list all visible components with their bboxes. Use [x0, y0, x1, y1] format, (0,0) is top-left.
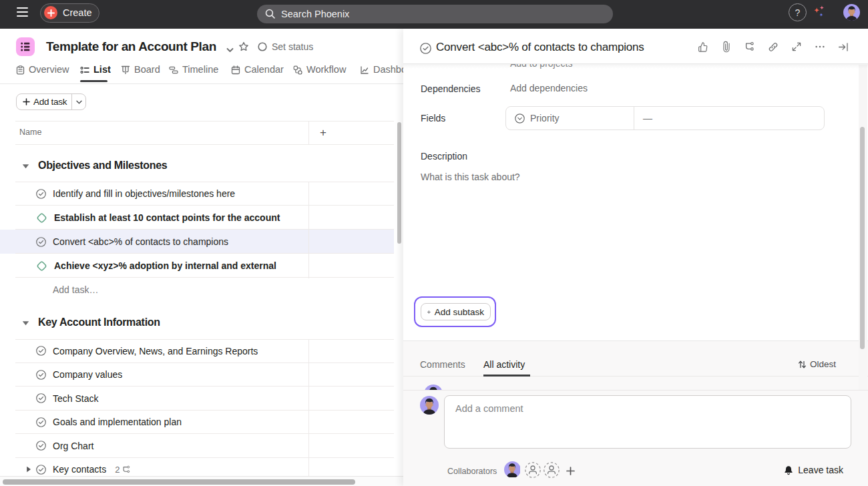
help-button[interactable]: ?	[789, 3, 807, 21]
task-name[interactable]: Achieve <xyz>% adoption by internal and …	[54, 260, 276, 271]
description-input[interactable]: What is this task about?	[421, 172, 841, 285]
like-icon[interactable]	[698, 41, 708, 52]
expand-icon[interactable]	[791, 41, 802, 52]
activity-section: Comments All activity Oldest	[403, 340, 868, 390]
leave-task-button[interactable]: Leave task	[784, 465, 843, 475]
field-priority-value[interactable]: —	[643, 107, 652, 130]
task-name[interactable]: Key contacts	[53, 464, 106, 475]
expand-subtasks-icon[interactable]	[26, 466, 31, 473]
set-status-label: Set status	[272, 41, 313, 52]
section-title: Objectives and Milestones	[38, 160, 167, 172]
collaborators-label: Collaborators	[447, 467, 497, 476]
search-icon	[265, 9, 275, 19]
task-name[interactable]: Convert <abc>% of contacts to champions	[53, 236, 228, 247]
plus-icon	[44, 6, 57, 19]
task-name[interactable]: Company Overview, News, and Earnings Rep…	[53, 346, 258, 356]
ai-sparkle-icon[interactable]	[813, 5, 829, 21]
field-priority[interactable]: Priority	[515, 107, 560, 130]
task-row[interactable]: Achieve <xyz>% adoption by internal and …	[0, 254, 394, 278]
task-check-icon[interactable]	[36, 393, 46, 403]
tab-calendar[interactable]: Calendar	[231, 64, 284, 84]
task-row[interactable]: Company values	[0, 363, 394, 387]
section-collapse-icon[interactable]	[22, 316, 29, 328]
tab-all-activity[interactable]: All activity	[483, 359, 525, 370]
more-options-icon[interactable]	[815, 41, 825, 52]
comment-footer: Add a comment Collaborators Leave task	[403, 390, 868, 486]
list-horizontal-scrollbar[interactable]	[3, 479, 355, 485]
section-collapse-icon[interactable]	[22, 160, 29, 172]
empty-collaborator-slot-icon[interactable]	[525, 462, 541, 478]
collaborator-avatar[interactable]	[504, 461, 521, 478]
task-row[interactable]: Identify and fill in objectives/mileston…	[0, 182, 394, 206]
task-row[interactable]: Goals and implementation plan	[0, 411, 394, 435]
tab-timeline[interactable]: Timeline	[169, 64, 218, 84]
add-column-button[interactable]: +	[315, 125, 331, 141]
fields-label: Fields	[421, 113, 445, 124]
empty-collaborator-slot-icon[interactable]	[544, 462, 560, 478]
create-button[interactable]: Create	[40, 3, 99, 23]
task-row[interactable]: Tech Stack	[0, 387, 394, 411]
add-collaborator-button[interactable]	[566, 466, 575, 478]
chevron-down-icon	[76, 100, 82, 104]
task-check-icon[interactable]	[36, 189, 46, 199]
task-row[interactable]: Convert <abc>% of contacts to champions	[0, 230, 394, 254]
add-task-row[interactable]: Add task…	[53, 284, 98, 295]
task-check-icon[interactable]	[36, 441, 46, 451]
panel-scrollbar[interactable]	[860, 127, 865, 349]
task-check-icon[interactable]	[36, 237, 46, 247]
tab-comments[interactable]: Comments	[420, 359, 465, 370]
milestone-icon[interactable]	[36, 260, 47, 272]
add-task-button[interactable]: Add task	[17, 94, 72, 109]
close-panel-icon[interactable]	[838, 41, 849, 52]
subtask-icon[interactable]	[744, 41, 755, 52]
list-vertical-scrollbar[interactable]	[397, 122, 401, 244]
task-check-icon[interactable]	[36, 370, 46, 380]
link-icon[interactable]	[768, 41, 779, 52]
task-complete-check-icon[interactable]	[420, 43, 431, 57]
add-task-dropdown[interactable]	[72, 94, 85, 109]
hamburger-menu-icon[interactable]	[17, 7, 28, 21]
section-header[interactable]: Objectives and Milestones	[0, 156, 403, 175]
milestone-icon[interactable]	[36, 212, 47, 224]
tab-board[interactable]: Board	[121, 64, 160, 84]
add-subtask-button[interactable]: Add subtask	[421, 303, 491, 320]
attachment-icon[interactable]	[721, 41, 732, 52]
table-header: Name +	[0, 121, 403, 145]
task-name[interactable]: Org Chart	[53, 441, 93, 451]
tab-overview[interactable]: Overview	[16, 64, 69, 84]
task-row[interactable]: Company Overview, News, and Earnings Rep…	[0, 339, 394, 363]
sort-arrows-icon	[798, 360, 807, 369]
task-check-icon[interactable]	[36, 346, 46, 356]
workflow-icon	[293, 65, 302, 75]
task-row[interactable]: Establish at least 10 contact points for…	[0, 206, 394, 230]
tab-workflow[interactable]: Workflow	[293, 64, 346, 84]
fields-table: Priority —	[505, 106, 825, 130]
sort-button[interactable]: Oldest	[798, 359, 836, 369]
star-icon[interactable]	[238, 41, 249, 55]
create-button-label: Create	[63, 7, 92, 18]
search-input[interactable]: Search Phoenix	[257, 5, 613, 23]
column-header-name: Name	[19, 128, 41, 137]
add-dependencies-button[interactable]: Add dependencies	[510, 83, 588, 93]
task-name[interactable]: Identify and fill in objectives/mileston…	[53, 188, 235, 199]
project-icon[interactable]	[16, 37, 35, 56]
plus-icon	[23, 98, 30, 105]
task-check-icon[interactable]	[36, 465, 46, 475]
user-avatar[interactable]	[843, 4, 860, 21]
task-title[interactable]: Convert <abc>% of contacts to champions	[436, 41, 644, 54]
list-icon	[80, 65, 89, 75]
task-name[interactable]: Company values	[53, 369, 122, 380]
section-header[interactable]: Key Account Information	[0, 313, 403, 332]
comment-avatar	[420, 396, 439, 415]
set-status-button[interactable]: Set status	[258, 41, 313, 52]
active-tab-underline	[80, 80, 107, 82]
task-check-icon[interactable]	[36, 417, 46, 427]
task-name[interactable]: Tech Stack	[53, 393, 98, 404]
comment-input[interactable]: Add a comment	[444, 395, 851, 449]
task-name[interactable]: Establish at least 10 contact points for…	[54, 212, 280, 223]
timeline-icon	[169, 65, 178, 75]
task-name[interactable]: Goals and implementation plan	[53, 417, 182, 427]
task-row[interactable]: Org Chart	[0, 434, 394, 458]
add-to-projects-button[interactable]: Add to projects	[510, 64, 572, 69]
chevron-down-icon[interactable]	[226, 43, 234, 55]
